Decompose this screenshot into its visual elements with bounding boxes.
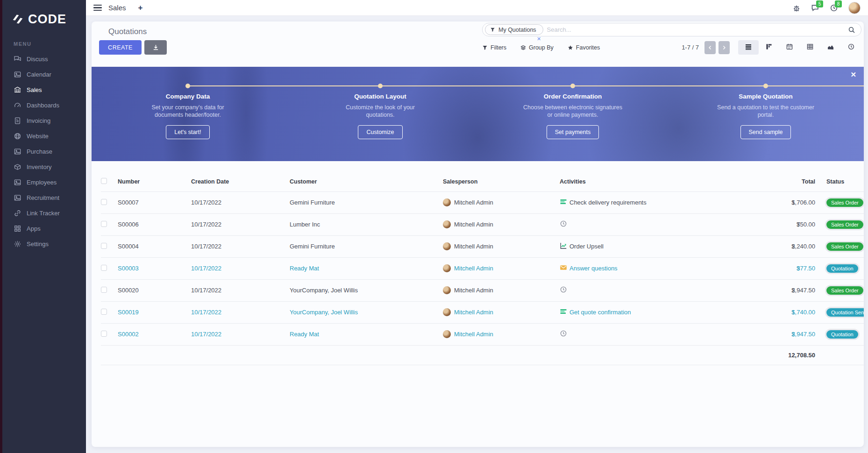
create-button[interactable]: CREATE bbox=[99, 40, 142, 55]
sidebar-item-dashboards[interactable]: Dashboards bbox=[2, 98, 86, 113]
debug-bug-icon[interactable] bbox=[792, 4, 801, 12]
step-action-button[interactable]: Send sample bbox=[740, 125, 791, 139]
column-header-activities[interactable]: Activities bbox=[560, 172, 775, 191]
sidebar-item-website[interactable]: Website bbox=[2, 128, 86, 144]
customer-name: Ready Mat bbox=[290, 265, 319, 272]
clock-icon[interactable] bbox=[560, 286, 567, 295]
table-row-s00007[interactable]: S0000710/17/2022Gemini FurnitureMitchell… bbox=[101, 191, 864, 213]
messages-icon[interactable]: 5 bbox=[811, 4, 819, 12]
onboarding-step-quotation-layout: Quotation LayoutCustomize the look of yo… bbox=[322, 93, 439, 139]
status-badge: Sales Order bbox=[826, 286, 863, 295]
timeline-dot bbox=[378, 84, 383, 88]
onboarding-step-order-confirmation: Order ConfirmationChoose between electro… bbox=[514, 93, 631, 139]
activity-label: Get quote confirmation bbox=[569, 309, 631, 316]
banner-close-icon[interactable]: ✕ bbox=[850, 71, 856, 79]
export-button[interactable] bbox=[144, 40, 167, 55]
graph-icon bbox=[827, 43, 834, 52]
image-icon bbox=[14, 71, 21, 78]
pager-prev-button[interactable] bbox=[704, 41, 716, 54]
sidebar-item-label: Apps bbox=[27, 225, 41, 232]
group-by-button[interactable]: Group By bbox=[520, 44, 554, 51]
filters-button[interactable]: Filters bbox=[482, 44, 506, 51]
download-icon bbox=[152, 44, 159, 51]
customer-name: Gemini Furniture bbox=[290, 199, 335, 206]
quotation-number: S00002 bbox=[118, 331, 139, 338]
calendar-view-button[interactable] bbox=[779, 40, 800, 55]
sidebar-item-recruitment[interactable]: Recruitment bbox=[2, 190, 86, 205]
tasks-icon[interactable] bbox=[560, 308, 567, 317]
favorites-button[interactable]: Favorites bbox=[568, 44, 600, 51]
table-row-s00019[interactable]: S0001910/17/2022YourCompany, Joel Willis… bbox=[101, 301, 864, 323]
select-all-checkbox[interactable] bbox=[101, 178, 107, 184]
kanban-view-button[interactable] bbox=[759, 40, 779, 55]
clock-icon[interactable] bbox=[560, 330, 567, 339]
quotation-number: S00020 bbox=[118, 287, 139, 294]
sidebar-item-link-tracker[interactable]: Link Tracker bbox=[2, 205, 86, 221]
user-avatar[interactable] bbox=[848, 2, 861, 14]
quotation-number: S00003 bbox=[118, 265, 139, 272]
creation-date: 10/17/2022 bbox=[191, 199, 221, 206]
tasks-icon[interactable] bbox=[560, 198, 567, 207]
filter-chip-label: My Quotations bbox=[498, 27, 536, 33]
quotations-table: NumberCreation DateCustomerSalespersonAc… bbox=[101, 172, 864, 365]
sidebar-item-purchase[interactable]: Purchase bbox=[2, 144, 86, 159]
sidebar-item-inventory[interactable]: Inventory bbox=[2, 159, 86, 175]
step-action-button[interactable]: Set payments bbox=[547, 125, 599, 139]
filter-chip-my-quotations[interactable]: My Quotations bbox=[485, 24, 543, 35]
timeline-dot bbox=[185, 84, 190, 88]
active-app-tab[interactable]: Sales bbox=[108, 4, 126, 12]
table-row-s00002[interactable]: S0000210/17/2022Ready MatMitchell Admin$… bbox=[101, 323, 864, 345]
table-row-s00003[interactable]: S0000310/17/2022Ready MatMitchell AdminA… bbox=[101, 257, 864, 279]
quotation-number: S00007 bbox=[118, 199, 139, 206]
list-view-button[interactable] bbox=[738, 40, 759, 55]
status-badge: Quotation bbox=[826, 264, 858, 273]
creation-date: 10/17/2022 bbox=[191, 309, 221, 316]
hamburger-menu-icon[interactable] bbox=[93, 5, 102, 11]
row-checkbox[interactable] bbox=[101, 243, 107, 249]
row-checkbox[interactable] bbox=[101, 287, 107, 293]
row-checkbox[interactable] bbox=[101, 331, 107, 337]
column-header-number[interactable]: Number bbox=[118, 172, 191, 191]
quotation-number: S00019 bbox=[118, 309, 139, 316]
new-tab-button[interactable]: + bbox=[138, 3, 143, 13]
activity-view-button[interactable] bbox=[841, 40, 861, 55]
row-checkbox[interactable] bbox=[101, 199, 107, 205]
column-header-customer[interactable]: Customer bbox=[290, 172, 443, 191]
row-checkbox[interactable] bbox=[101, 309, 107, 315]
step-title: Sample Quotation bbox=[707, 93, 824, 100]
clock-icon[interactable] bbox=[560, 220, 567, 229]
activities-clock-icon[interactable]: 8 bbox=[830, 4, 838, 12]
step-action-button[interactable]: Let's start! bbox=[166, 125, 209, 139]
quotations-table-wrap: NumberCreation DateCustomerSalespersonAc… bbox=[101, 172, 864, 365]
table-row-s00006[interactable]: S0000610/17/2022Lumber IncMitchell Admin… bbox=[101, 213, 864, 235]
row-checkbox[interactable] bbox=[101, 221, 107, 227]
sidebar-item-invoicing[interactable]: Invoicing bbox=[2, 113, 86, 128]
sidebar-item-discuss[interactable]: Discuss bbox=[2, 51, 86, 67]
column-header-salesperson[interactable]: Salesperson bbox=[443, 172, 560, 191]
column-header-total[interactable]: Total bbox=[775, 172, 819, 191]
salesperson-name: Mitchell Admin bbox=[454, 221, 493, 228]
brand-logo[interactable]: CODE bbox=[2, 0, 86, 29]
table-row-s00004[interactable]: S0000410/17/2022Gemini FurnitureMitchell… bbox=[101, 235, 864, 257]
search-input[interactable] bbox=[547, 26, 848, 33]
pager-next-button[interactable] bbox=[719, 41, 730, 54]
sidebar-item-settings[interactable]: Settings bbox=[2, 236, 86, 252]
control-row: Filters Group By Favorites 1-7 / 7 bbox=[482, 40, 861, 55]
row-checkbox[interactable] bbox=[101, 265, 107, 271]
search-icon[interactable] bbox=[848, 26, 855, 34]
table-row-s00020[interactable]: S0002010/17/2022YourCompany, Joel Willis… bbox=[101, 279, 864, 301]
column-header-creation-date[interactable]: Creation Date bbox=[191, 172, 290, 191]
step-action-button[interactable]: Customize bbox=[358, 125, 402, 139]
timeline-line bbox=[188, 85, 864, 86]
sidebar-item-calendar[interactable]: Calendar bbox=[2, 67, 86, 82]
trend-icon[interactable] bbox=[560, 242, 567, 251]
graph-view-button[interactable] bbox=[820, 40, 841, 55]
sidebar-item-label: Invoicing bbox=[27, 117, 50, 124]
status-badge: Sales Order bbox=[826, 220, 863, 229]
sidebar-item-employees[interactable]: Employees bbox=[2, 175, 86, 190]
envelope-icon[interactable] bbox=[560, 264, 567, 273]
sidebar-item-apps[interactable]: Apps bbox=[2, 221, 86, 236]
sidebar-item-sales[interactable]: Sales bbox=[2, 82, 86, 98]
pivot-view-button[interactable] bbox=[800, 40, 820, 55]
column-header-status[interactable]: Status bbox=[819, 172, 864, 191]
